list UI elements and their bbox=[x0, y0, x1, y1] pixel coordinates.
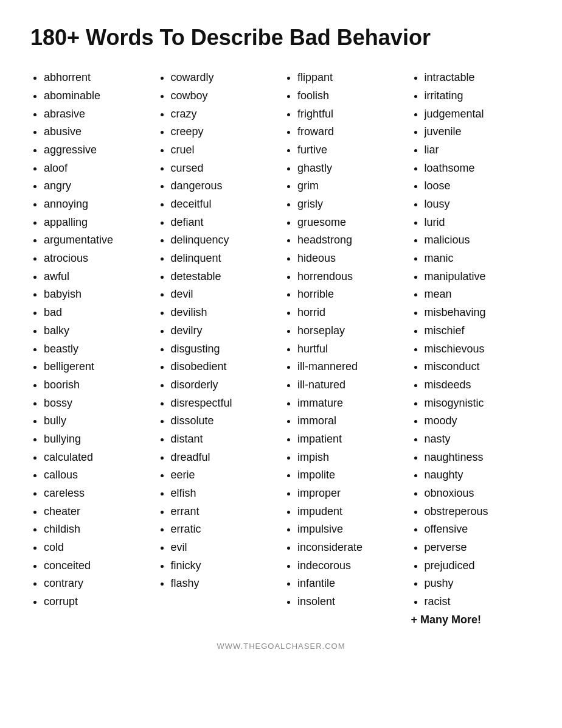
column-4: intractableirritatingjudgementaljuvenile… bbox=[411, 69, 532, 629]
list-item: careless bbox=[44, 485, 151, 503]
column-3: flippantfoolishfrightfulfrowardfurtivegh… bbox=[284, 69, 405, 629]
list-item: mean bbox=[425, 285, 532, 304]
list-item: hurtful bbox=[297, 340, 405, 359]
list-item: angry bbox=[44, 177, 151, 195]
list-item: eerie bbox=[171, 466, 279, 485]
list-item: infantile bbox=[297, 575, 405, 593]
list-item: crazy bbox=[171, 105, 279, 124]
list-item: elfish bbox=[171, 485, 279, 503]
list-item: devil bbox=[171, 285, 279, 304]
list-item: abhorrent bbox=[44, 69, 151, 87]
list-item: boorish bbox=[44, 376, 151, 394]
list-item: calculated bbox=[44, 449, 151, 467]
list-item: disobedient bbox=[171, 358, 279, 376]
list-item: perverse bbox=[425, 539, 532, 557]
list-item: cheater bbox=[44, 503, 151, 521]
list-item: cruel bbox=[171, 141, 279, 159]
list-item: deceitful bbox=[171, 195, 279, 214]
list-item: creepy bbox=[171, 123, 279, 141]
list-item: cold bbox=[44, 539, 151, 557]
list-item: flippant bbox=[297, 69, 405, 87]
list-item: bossy bbox=[44, 394, 151, 413]
list-item: loose bbox=[425, 177, 532, 195]
list-item: juvenile bbox=[425, 123, 532, 141]
list-item: contrary bbox=[44, 575, 151, 593]
list-item: prejudiced bbox=[425, 557, 532, 575]
list-item: disrespectful bbox=[171, 394, 279, 413]
list-item: judgemental bbox=[425, 105, 532, 124]
list-item: inconsiderate bbox=[297, 539, 405, 557]
list-item: intractable bbox=[425, 69, 532, 87]
list-item: detestable bbox=[171, 268, 279, 286]
list-item: delinquency bbox=[171, 231, 279, 250]
list-item: irritating bbox=[425, 87, 532, 105]
list-item: naughty bbox=[425, 466, 532, 485]
list-item: grisly bbox=[297, 195, 405, 214]
list-item: grim bbox=[297, 177, 405, 195]
list-item: conceited bbox=[44, 557, 151, 575]
list-item: offensive bbox=[425, 520, 532, 539]
list-item: callous bbox=[44, 466, 151, 485]
list-item: ghastly bbox=[297, 159, 405, 178]
list-item: appalling bbox=[44, 214, 151, 232]
list-item: bullying bbox=[44, 430, 151, 449]
list-item: balky bbox=[44, 322, 151, 340]
list-item: delinquent bbox=[171, 250, 279, 268]
list-item: devilish bbox=[171, 304, 279, 322]
list-item: erratic bbox=[171, 520, 279, 539]
list-item: cursed bbox=[171, 159, 279, 178]
list-item: horseplay bbox=[297, 322, 405, 340]
list-item: horrible bbox=[297, 285, 405, 304]
list-item: gruesome bbox=[297, 214, 405, 232]
list-item: manipulative bbox=[425, 268, 532, 286]
list-item: misdeeds bbox=[425, 376, 532, 394]
list-item: dreadful bbox=[171, 449, 279, 467]
list-item: disgusting bbox=[171, 340, 279, 359]
list-item: froward bbox=[297, 123, 405, 141]
list-item: mischief bbox=[425, 322, 532, 340]
list-item: impish bbox=[297, 449, 405, 467]
footer-url: WWW.THEGOALCHASER.COM bbox=[30, 642, 532, 651]
list-item: abominable bbox=[44, 87, 151, 105]
list-item: argumentative bbox=[44, 231, 151, 250]
list-item: hideous bbox=[297, 250, 405, 268]
list-item: malicious bbox=[425, 231, 532, 250]
list-item: racist bbox=[425, 593, 532, 611]
list-item: atrocious bbox=[44, 250, 151, 268]
list-item: pushy bbox=[425, 575, 532, 593]
list-item: bully bbox=[44, 412, 151, 430]
list-item: loathsome bbox=[425, 159, 532, 178]
list-item: evil bbox=[171, 539, 279, 557]
list-item: misogynistic bbox=[425, 394, 532, 413]
list-item: manic bbox=[425, 250, 532, 268]
list-item: horrid bbox=[297, 304, 405, 322]
list-item: bad bbox=[44, 304, 151, 322]
list-item: defiant bbox=[171, 214, 279, 232]
list-item: babyish bbox=[44, 285, 151, 304]
list-item: obstreperous bbox=[425, 503, 532, 521]
list-item: misbehaving bbox=[425, 304, 532, 322]
list-item: flashy bbox=[171, 575, 279, 593]
list-item: devilry bbox=[171, 322, 279, 340]
list-item: ill-mannered bbox=[297, 358, 405, 376]
list-item: annoying bbox=[44, 195, 151, 214]
list-item: mischievous bbox=[425, 340, 532, 359]
list-item: moody bbox=[425, 412, 532, 430]
page-title: 180+ Words To Describe Bad Behavior bbox=[30, 24, 532, 51]
list-item: indecorous bbox=[297, 557, 405, 575]
list-item: misconduct bbox=[425, 358, 532, 376]
list-item: liar bbox=[425, 141, 532, 159]
extra-label: + Many More! bbox=[411, 611, 532, 629]
list-item: impudent bbox=[297, 503, 405, 521]
list-item: immoral bbox=[297, 412, 405, 430]
list-item: ill-natured bbox=[297, 376, 405, 394]
list-item: lousy bbox=[425, 195, 532, 214]
list-item: abrasive bbox=[44, 105, 151, 124]
list-item: childish bbox=[44, 520, 151, 539]
list-item: impatient bbox=[297, 430, 405, 449]
list-item: cowboy bbox=[171, 87, 279, 105]
list-item: aloof bbox=[44, 159, 151, 178]
column-1: abhorrentabominableabrasiveabusiveaggres… bbox=[30, 69, 151, 629]
list-item: beastly bbox=[44, 340, 151, 359]
list-item: impolite bbox=[297, 466, 405, 485]
